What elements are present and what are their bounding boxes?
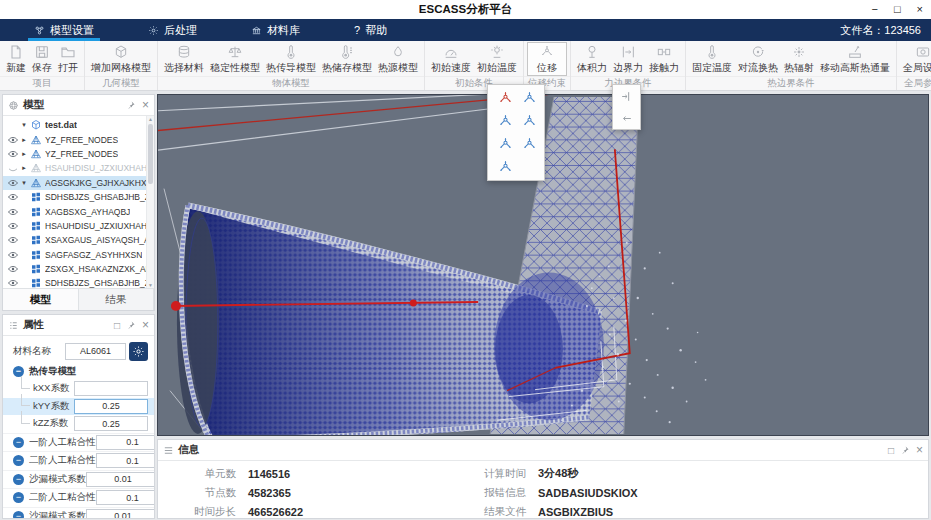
pin-icon[interactable] <box>126 320 136 330</box>
collapse-icon[interactable] <box>13 511 24 518</box>
constraint-option[interactable] <box>517 110 541 133</box>
second-order-viscosity-input[interactable]: 0.1 <box>96 453 155 468</box>
tree-item-selected[interactable]: AGSGKJKG_GJHXAJKHXA <box>3 176 146 190</box>
tree-item[interactable]: XAGBSXG_AYHAQBJ <box>3 204 146 218</box>
collapse-icon[interactable] <box>13 492 24 503</box>
collapse-icon[interactable] <box>13 455 24 466</box>
eye-icon[interactable] <box>7 220 19 232</box>
maximize-panel-icon[interactable] <box>114 320 120 331</box>
close-panel-icon[interactable] <box>142 98 149 112</box>
material-settings-button[interactable] <box>129 342 148 361</box>
tree-item[interactable]: ZSXGX_HSAKAZNZXK_AHASX <box>3 262 146 276</box>
normal-contact-icon[interactable] <box>620 90 633 103</box>
eye-icon[interactable] <box>7 177 19 189</box>
tree-item[interactable]: XSAXGAUS_AISYAQSH_ASHX <box>3 233 146 247</box>
collapse-icon[interactable] <box>13 437 24 448</box>
tree-item[interactable]: SAGFASGZ_ASYHHXSN <box>3 248 146 262</box>
tangential-contact-icon[interactable] <box>620 112 633 125</box>
pin-icon[interactable] <box>900 445 910 455</box>
properties-header: 属性 <box>3 315 154 336</box>
select-material-button[interactable]: 选择材料 <box>161 42 207 76</box>
eye-icon[interactable] <box>7 249 19 261</box>
expand-icon[interactable] <box>19 164 29 172</box>
add-mesh-model-button[interactable]: 增加网格模型 <box>88 42 154 76</box>
eye-icon[interactable] <box>7 134 19 146</box>
tab-model-settings[interactable]: 模型设置 <box>26 19 102 41</box>
constraint-option-selected[interactable] <box>493 87 517 110</box>
maximize-panel-icon[interactable] <box>888 445 894 456</box>
moving-gauss-flux-icon <box>847 44 863 60</box>
expand-icon[interactable] <box>19 150 29 158</box>
tab-model[interactable]: 模型 <box>3 289 79 310</box>
tree-item[interactable]: YZ_FREE_NODES <box>3 132 146 146</box>
tree-item-hidden[interactable]: HSAUHDISU_JZXIUXHAHX <box>3 161 146 175</box>
kzz-input[interactable]: 0.25 <box>74 416 148 431</box>
eye-off-icon[interactable] <box>7 162 19 174</box>
tree-item-root[interactable]: test.dat <box>3 118 146 132</box>
convection-button[interactable]: 对流换热 <box>735 42 781 76</box>
eye-icon[interactable] <box>7 191 19 203</box>
initial-temperature-icon <box>489 44 505 60</box>
ribbon-group-initial-conditions: 初始速度 初始温度 初始条件 <box>425 41 524 90</box>
restore-icon[interactable]: □ <box>894 0 901 19</box>
eye-icon[interactable] <box>7 277 19 288</box>
contact-force-button[interactable]: 接触力 <box>646 42 682 76</box>
eye-icon[interactable] <box>7 148 19 160</box>
heat-source-button[interactable]: 热源模型 <box>375 42 421 76</box>
thermal-radiation-button[interactable]: 热辐射 <box>781 42 817 76</box>
triad-constraint-icon <box>521 136 538 153</box>
heat-conduction-button[interactable]: 热传导模型 <box>263 42 319 76</box>
tree-scrollbar[interactable]: ▲ ▼ <box>146 116 154 288</box>
boundary-force-button[interactable]: 边界力 <box>610 42 646 76</box>
eye-icon[interactable] <box>7 234 19 246</box>
hourglass-coefficient-input[interactable]: 0.01 <box>86 472 154 487</box>
hourglass-coefficient-input-2[interactable]: 0.01 <box>86 509 154 518</box>
minimize-icon[interactable]: − <box>871 0 877 19</box>
ribbon-group-label: 热边界条件 <box>686 76 896 90</box>
ribbon-group-thermal-boundary: 固定温度 对流换热 热辐射 移动高斯热通量 热边界条件 <box>686 41 897 90</box>
part-tiles-icon <box>30 263 42 275</box>
tree-item[interactable]: SDHSBJZS_GHSABJHB_ZAHU <box>3 276 146 288</box>
constraint-option[interactable] <box>517 87 541 110</box>
close-panel-icon[interactable] <box>916 443 923 457</box>
expand-icon[interactable] <box>19 136 29 144</box>
kyy-input[interactable]: 0.25 <box>74 399 148 414</box>
tree-item[interactable]: SDHSBJZS_GHSABJHB_ZAHU <box>3 190 146 204</box>
panel-title: 信息 <box>178 443 888 457</box>
collapse-icon[interactable] <box>13 474 24 485</box>
expand-icon[interactable] <box>19 179 29 187</box>
stability-model-button[interactable]: 稳定性模型 <box>207 42 263 76</box>
expand-icon[interactable] <box>19 121 29 129</box>
mesh-group-icon <box>30 148 42 160</box>
constraint-option[interactable] <box>493 133 517 156</box>
pin-icon[interactable] <box>126 100 136 110</box>
displacement-button[interactable]: 位移 <box>527 42 567 76</box>
tab-results[interactable]: 结果 <box>79 289 155 310</box>
eye-icon[interactable] <box>7 206 19 218</box>
tab-help[interactable]: ? 帮助 <box>346 19 395 41</box>
close-icon[interactable]: × <box>917 0 923 19</box>
tab-material-library[interactable]: 材料库 <box>243 19 308 41</box>
open-button[interactable]: 打开 <box>55 42 81 76</box>
tree-item[interactable]: HSAUHDISU_JZXIUXHAHX <box>3 219 146 233</box>
constraint-option[interactable] <box>517 133 541 156</box>
initial-temperature-button[interactable]: 初始温度 <box>474 42 520 76</box>
kxx-input[interactable] <box>74 381 148 396</box>
fixed-temperature-button[interactable]: 固定温度 <box>689 42 735 76</box>
eye-icon[interactable] <box>7 263 19 275</box>
moving-gauss-flux-button[interactable]: 移动高斯热通量 <box>817 42 893 76</box>
close-panel-icon[interactable] <box>142 318 149 332</box>
save-button[interactable]: 保存 <box>29 42 55 76</box>
constraint-option[interactable] <box>493 156 517 179</box>
body-force-button[interactable]: 体积力 <box>574 42 610 76</box>
heat-storage-button[interactable]: 热储存模型 <box>319 42 375 76</box>
tab-post-processing[interactable]: 后处理 <box>140 19 205 41</box>
first-order-viscosity-input[interactable]: 0.1 <box>96 435 155 450</box>
constraint-option[interactable] <box>493 110 517 133</box>
global-settings-button[interactable]: 全局设置 <box>900 42 931 76</box>
second-order-viscosity-input-2[interactable]: 0.1 <box>96 490 155 505</box>
tree-item[interactable]: YZ_FREE_NODES <box>3 147 146 161</box>
new-button[interactable]: 新建 <box>3 42 29 76</box>
material-name-input[interactable]: AL6061 <box>65 343 126 360</box>
initial-velocity-button[interactable]: 初始速度 <box>428 42 474 76</box>
